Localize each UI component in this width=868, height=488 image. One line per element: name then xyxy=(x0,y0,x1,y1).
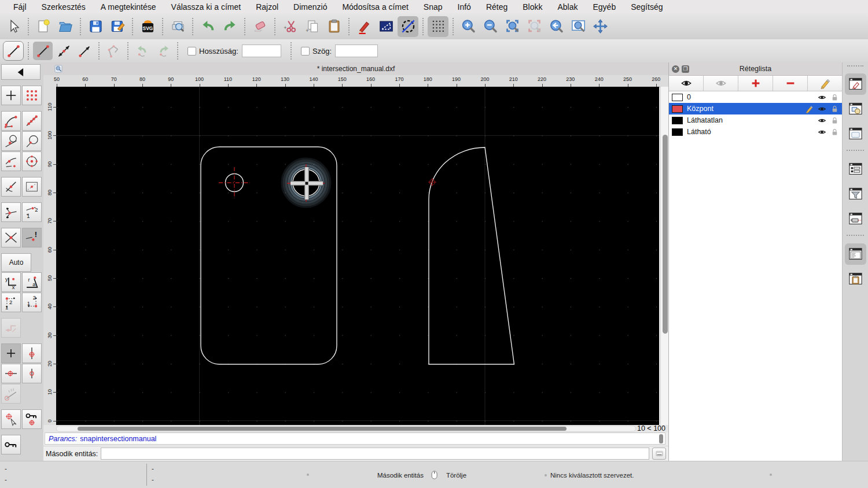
layer-lock-icon[interactable] xyxy=(830,116,839,125)
drawing-canvas[interactable] xyxy=(56,87,659,425)
menu-item[interactable]: Réteg xyxy=(479,2,515,12)
close-panel-button[interactable]: ✕ xyxy=(672,65,679,73)
layer-row[interactable]: Láthatatlan xyxy=(669,114,842,126)
menu-item[interactable]: Fájl xyxy=(6,2,34,12)
save-button[interactable] xyxy=(85,16,106,37)
snap-intersection-button[interactable] xyxy=(1,228,21,247)
dock-clipboard-button[interactable] xyxy=(845,268,866,290)
menu-item[interactable]: Infó xyxy=(450,2,479,12)
menu-item[interactable]: Módosítsa a címet xyxy=(334,2,415,12)
dock-block-list-button[interactable] xyxy=(845,98,866,120)
layer-lock-icon[interactable] xyxy=(830,128,839,136)
undo-button[interactable] xyxy=(197,16,218,37)
coordinate-cartesian-button[interactable]: yx xyxy=(1,272,21,292)
layer-row[interactable]: 0 xyxy=(669,91,842,103)
zoom-previous-button[interactable] xyxy=(546,16,567,37)
float-panel-button[interactable]: ❐ xyxy=(682,65,689,73)
svg-export-button[interactable]: SVG xyxy=(137,16,158,37)
menu-item[interactable]: A megtekintése xyxy=(93,2,164,12)
snap-intersection-auto-button[interactable] xyxy=(1,202,21,222)
command-input[interactable] xyxy=(101,448,649,460)
open-file-button[interactable] xyxy=(55,16,76,37)
drawing-window-titlebar[interactable]: * intersection_manual.dxf xyxy=(43,62,668,76)
coordinate-polar-button[interactable]: ra xyxy=(22,272,42,292)
snap-grid-button[interactable] xyxy=(22,86,42,105)
layer-visibility-eye-icon[interactable] xyxy=(818,93,826,102)
vertical-scrollbar-thumb[interactable] xyxy=(663,135,668,334)
keyboard-focus-button[interactable] xyxy=(652,448,666,460)
zoom-out-button[interactable] xyxy=(480,16,501,37)
zoom-window-button[interactable] xyxy=(568,16,589,37)
undo-segment-button[interactable] xyxy=(133,42,152,60)
relative-zero-lock-button[interactable] xyxy=(1,435,21,454)
delete-button[interactable] xyxy=(249,16,270,37)
draft-mode-button[interactable] xyxy=(376,16,396,37)
command-history-scrollbar-thumb[interactable] xyxy=(659,434,663,443)
snap-center-button[interactable] xyxy=(22,151,42,171)
layer-lock-icon[interactable] xyxy=(830,105,839,113)
menu-item[interactable]: Blokk xyxy=(515,2,550,12)
set-angle-button[interactable] xyxy=(1,384,21,404)
remove-layer-button[interactable] xyxy=(773,76,808,91)
relative-point-2-button[interactable]: 21 xyxy=(22,293,42,312)
restrict-horizontal-button[interactable] xyxy=(1,364,21,383)
copy-button[interactable]: + xyxy=(301,16,322,37)
menu-item[interactable]: Rajzol xyxy=(248,2,286,12)
hide-all-layers-button[interactable] xyxy=(704,76,738,91)
current-tool-line[interactable] xyxy=(3,41,24,61)
lock-relative-zero-button[interactable] xyxy=(22,409,42,429)
menu-item[interactable]: Dimenzió xyxy=(286,2,334,12)
redo-segment-button[interactable] xyxy=(153,42,173,60)
polyline-button[interactable] xyxy=(104,42,123,60)
snap-intersection-two-entities-button[interactable]: 21 xyxy=(22,202,42,222)
grid-toggle-button[interactable] xyxy=(428,16,448,37)
horizontal-scrollbar-thumb[interactable] xyxy=(78,427,567,431)
edit-layer-button[interactable] xyxy=(808,76,842,91)
cut-button[interactable]: + xyxy=(279,16,300,37)
dock-entity-list-button[interactable] xyxy=(845,158,866,180)
command-history[interactable]: Parancs: snapintersectionmanual xyxy=(45,432,665,445)
layer-edit-pencil-icon[interactable] xyxy=(805,105,814,113)
pen-attributes-button[interactable] xyxy=(354,16,374,37)
layer-visibility-eye-icon[interactable] xyxy=(818,128,826,136)
length-checkbox[interactable] xyxy=(187,47,196,56)
line-two-arrows-button[interactable] xyxy=(54,42,73,60)
add-layer-button[interactable] xyxy=(738,76,773,91)
new-file-button[interactable] xyxy=(33,16,54,37)
snap-distance-button[interactable] xyxy=(1,151,21,171)
angle-input[interactable] xyxy=(335,45,378,57)
layer-visibility-eye-icon[interactable] xyxy=(818,105,826,113)
save-as-button[interactable] xyxy=(107,16,128,37)
construction-mode-button[interactable] xyxy=(398,16,418,37)
line-segment-button[interactable] xyxy=(33,42,53,60)
snap-middle-button[interactable] xyxy=(1,177,21,197)
menu-item[interactable]: Segítség xyxy=(623,2,670,12)
vertical-scrollbar[interactable] xyxy=(660,87,669,425)
menu-item[interactable]: Egyéb xyxy=(586,2,624,12)
select-reference-point-button[interactable] xyxy=(1,409,21,429)
menu-item[interactable]: Snap xyxy=(416,2,450,12)
length-input[interactable] xyxy=(242,45,281,57)
restrict-nothing-button[interactable] xyxy=(1,318,21,338)
dock-command-line-button[interactable] xyxy=(845,243,866,265)
show-all-layers-button[interactable] xyxy=(669,76,704,91)
restrict-orthogonal-button[interactable] xyxy=(22,364,42,383)
zoom-pan-button[interactable] xyxy=(590,16,610,37)
layer-row[interactable]: Látható xyxy=(669,126,842,138)
line-one-arrow-button[interactable] xyxy=(75,42,94,60)
horizontal-scrollbar[interactable] xyxy=(56,426,636,432)
dock-drag-handle[interactable] xyxy=(847,65,863,69)
dock-layer-list-button[interactable] xyxy=(845,73,866,95)
dock-selection-filter-button[interactable] xyxy=(845,183,866,205)
snap-on-entity-button[interactable] xyxy=(22,111,42,131)
back-button[interactable] xyxy=(1,64,41,80)
zoom-in-button[interactable] xyxy=(458,16,479,37)
relative-point-1-button[interactable]: 21 xyxy=(1,293,21,312)
menu-item[interactable]: Szerkesztés xyxy=(34,2,93,12)
snap-free-button[interactable] xyxy=(1,86,21,105)
zoom-selected-button[interactable] xyxy=(524,16,545,37)
pointer-tool-button[interactable] xyxy=(3,16,24,37)
dock-pen-palette-button[interactable] xyxy=(845,208,866,230)
zoom-auto-button[interactable] xyxy=(502,16,523,37)
paste-button[interactable] xyxy=(323,16,344,37)
